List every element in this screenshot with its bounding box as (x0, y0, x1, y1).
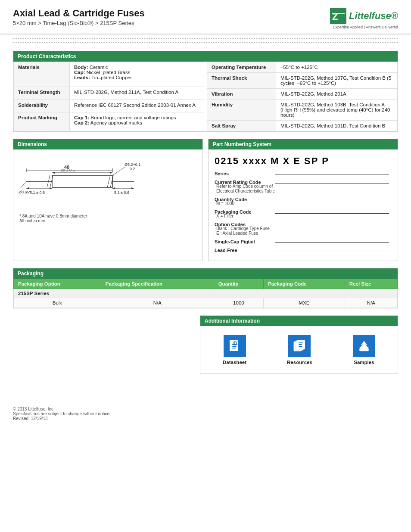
pns-desc: Refer to Amp Code column of Electrical C… (216, 184, 392, 193)
pns-desc: Blank : Cartridge Type Fuse E : Axial Le… (216, 226, 392, 236)
svg-line-18 (112, 167, 125, 175)
svg-text:Ø5.2+0.1: Ø5.2+0.1 (125, 162, 140, 167)
char-value: MIL-STD-202G, Method 211A, Test Conditio… (70, 87, 204, 100)
char-label: Humidity (207, 100, 276, 121)
part-numbering-section: Part Numbering System 0215 xxxx M X E SP… (208, 139, 398, 261)
svg-marker-25 (50, 187, 52, 189)
svg-rect-46 (299, 344, 302, 345)
packaging-table: Packaging OptionPackaging SpecificationQ… (13, 279, 398, 308)
header-separator2 (13, 42, 398, 43)
datasheet-icon (224, 335, 246, 357)
product-title: Axial Lead & Cartridge Fuses (13, 8, 145, 19)
char-value: MIL-STD-202G, Method 107G, Test Conditio… (276, 73, 397, 89)
char-label: Solderability (14, 100, 70, 112)
char-value: Body: CeramicCap: Nickel–plated BrassLea… (70, 62, 204, 87)
svg-text:Z: Z (332, 11, 338, 22)
samples-icon (353, 335, 375, 357)
char-value: –55°C to +125°C (276, 62, 397, 73)
pns-row: Series (215, 171, 392, 176)
char-label: Vibration (207, 89, 276, 100)
svg-text:5.1 ± 0.6: 5.1 ± 0.6 (30, 190, 45, 195)
pkg-series-label: 215SP Series (14, 289, 398, 298)
packaging-header: Packaging (13, 268, 398, 279)
pns-line (275, 174, 389, 174)
svg-text:-0.2: -0.2 (128, 167, 135, 171)
svg-rect-45 (299, 342, 303, 343)
char-label: Operating Temperature (207, 62, 276, 73)
svg-marker-16 (110, 172, 112, 174)
resources-icon (288, 335, 311, 357)
pkg-column-header: Quantity (214, 279, 264, 289)
svg-rect-34 (232, 346, 237, 347)
pns-desc: X = Filler (216, 214, 392, 218)
additional-wrapper: Additional Information (13, 315, 398, 381)
char-value: MIL-STD-202G, Method 101D, Test Conditio… (276, 121, 397, 131)
svg-rect-3 (52, 175, 112, 187)
additional-info-content: Datasheet (200, 326, 398, 373)
pns-desc: M = 1000 (216, 201, 392, 206)
table-row: Salt SprayMIL-STD-202G, Method 101D, Tes… (207, 121, 397, 131)
datasheet-label: Datasheet (223, 360, 246, 365)
dimensions-content: 40 20 ± 0.5 Ø5.2+0.1 -0.2 Ø0.65* (13, 149, 202, 227)
pns-row: Single-Cap Pigtail (215, 239, 392, 244)
chars-right-table: Operating Temperature–55°C to +125°CTher… (207, 62, 398, 131)
logo-tagline: Expertise Applied | Answers Delivered (333, 25, 398, 29)
dim-note1: * 8A and 10A have 0.8mm diameter All uni… (18, 214, 198, 223)
resources-label: Resources (287, 360, 312, 365)
page-footer: © 2013 Littelfuse, Inc. Specifications a… (0, 398, 411, 425)
table-row: Terminal StrengthMIL-STD-202G, Method 21… (14, 87, 204, 100)
pns-line (275, 242, 389, 243)
table-row: Product MarkingCap 1: Brand logo, curren… (14, 112, 204, 131)
pkg-cell: N/A (345, 298, 397, 308)
svg-rect-50 (363, 342, 365, 347)
char-label: Materials (14, 62, 70, 87)
svg-rect-35 (232, 348, 236, 348)
samples-item[interactable]: Samples (353, 335, 375, 365)
additional-info-section: Additional Information (200, 315, 398, 374)
pns-row-wrapper: Packaging CodeX = Filler (215, 209, 392, 218)
svg-rect-47 (299, 346, 302, 347)
resources-item[interactable]: Resources (287, 335, 312, 365)
product-characteristics-section: Product Characteristics MaterialsBody: C… (13, 51, 398, 132)
table-row: SolderabilityReference IEC 60127 Second … (14, 100, 204, 112)
chars-left-table: MaterialsBody: CeramicCap: Nickel–plated… (13, 62, 204, 131)
part-numbering-content: 0215 xxxx M X E SP P SeriesCurrent Ratin… (209, 149, 398, 261)
table-row: Thermal ShockMIL-STD-202G, Method 107G, … (207, 73, 397, 89)
product-subtitle: 5×20 mm > Time-Lag (Slo-Blo®) > 215SP Se… (13, 20, 145, 26)
main-content: Product Characteristics MaterialsBody: C… (0, 47, 411, 385)
char-label: Thermal Shock (207, 73, 276, 89)
svg-text:20 ± 0.5: 20 ± 0.5 (61, 168, 75, 172)
pns-label: Single-Cap Pigtail (215, 239, 275, 244)
char-value: Reference IEC 60127 Second Edition 2003-… (70, 100, 204, 112)
pns-row: Lead-Free (215, 248, 392, 253)
char-label: Product Marking (14, 112, 70, 131)
pns-row-wrapper: Current Rating CodeRefer to Amp Code col… (215, 180, 392, 193)
logo-block: Z Littelfuse® Expertise Applied | Answer… (330, 8, 398, 29)
pns-label: Lead-Free (215, 248, 275, 253)
pkg-cell: N/A (101, 298, 214, 308)
footer-line1: © 2013 Littelfuse, Inc. (13, 407, 398, 411)
header-separator (13, 38, 398, 39)
table-row: Operating Temperature–55°C to +125°C (207, 62, 397, 73)
table-row: BulkN/A1000MXEN/A (14, 298, 398, 308)
char-value: MIL-STD-202G, Method 201A (276, 89, 397, 100)
char-value: MIL-STD-202G, Method 103B, Test Conditio… (276, 100, 397, 121)
svg-rect-49 (360, 347, 368, 351)
packaging-section: Packaging Packaging OptionPackaging Spec… (13, 268, 398, 308)
table-row: HumidityMIL-STD-202G, Method 103B, Test … (207, 100, 397, 121)
dimensions-header: Dimensions (13, 139, 202, 149)
dimensions-section: Dimensions (13, 139, 203, 261)
pns-row-wrapper: Quantity CodeM = 1000 (215, 197, 392, 206)
footer-line2: Specifications are subject to change wit… (13, 411, 398, 416)
pns-row-wrapper: Option CodesBlank : Cartridge Type Fuse … (215, 222, 392, 236)
pkg-cell: Bulk (14, 298, 101, 308)
logo-brand: Z Littelfuse® (330, 8, 398, 24)
page-header: Axial Lead & Cartridge Fuses 5×20 mm > T… (0, 0, 411, 34)
logo-icon: Z (330, 8, 346, 24)
svg-marker-15 (52, 172, 55, 174)
pkg-column-header: Packaging Code (264, 279, 345, 289)
lower-section: Dimensions (13, 139, 398, 261)
svg-line-21 (20, 181, 26, 188)
dimension-diagram: 40 20 ± 0.5 Ø5.2+0.1 -0.2 Ø0.65* (18, 154, 147, 210)
datasheet-item[interactable]: Datasheet (223, 335, 246, 365)
